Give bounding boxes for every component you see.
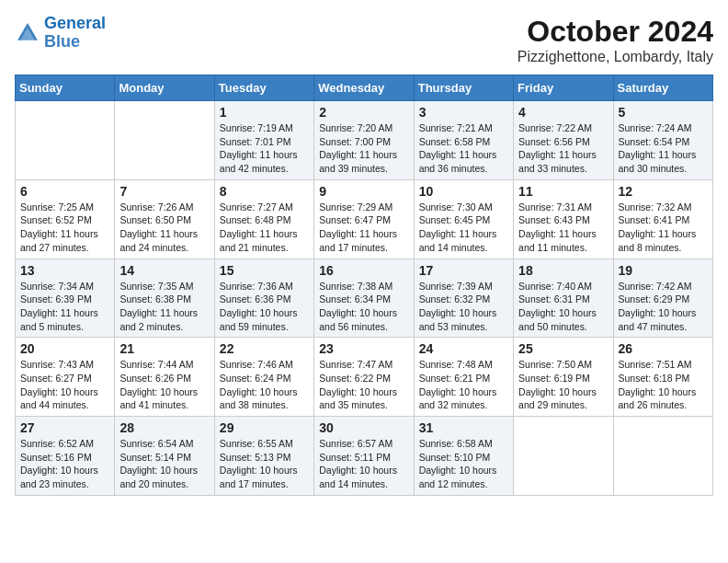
day-info: Sunrise: 6:54 AMSunset: 5:14 PMDaylight:… — [119, 437, 209, 491]
calendar-cell: 8Sunrise: 7:27 AMSunset: 6:48 PMDaylight… — [214, 179, 313, 259]
day-info: Sunrise: 7:50 AMSunset: 6:19 PMDaylight:… — [518, 358, 608, 412]
header-row: SundayMondayTuesdayWednesdayThursdayFrid… — [16, 75, 713, 101]
day-info: Sunrise: 6:58 AMSunset: 5:10 PMDaylight:… — [419, 437, 508, 491]
calendar-cell: 30Sunrise: 6:57 AMSunset: 5:11 PMDayligh… — [314, 417, 414, 496]
day-number: 5 — [619, 105, 708, 120]
logo-icon — [15, 20, 40, 46]
calendar-cell: 21Sunrise: 7:44 AMSunset: 6:26 PMDayligh… — [115, 338, 214, 417]
day-number: 20 — [20, 341, 109, 356]
day-number: 12 — [619, 184, 708, 199]
calendar-cell — [514, 417, 613, 496]
day-number: 22 — [220, 341, 309, 356]
calendar-cell: 19Sunrise: 7:42 AMSunset: 6:29 PMDayligh… — [613, 259, 712, 338]
calendar-cell: 4Sunrise: 7:22 AMSunset: 6:56 PMDaylight… — [514, 101, 613, 180]
calendar-cell: 10Sunrise: 7:30 AMSunset: 6:45 PMDayligh… — [414, 179, 513, 259]
calendar-cell: 27Sunrise: 6:52 AMSunset: 5:16 PMDayligh… — [16, 417, 115, 496]
calendar-header: SundayMondayTuesdayWednesdayThursdayFrid… — [16, 75, 713, 101]
calendar-cell: 20Sunrise: 7:43 AMSunset: 6:27 PMDayligh… — [16, 338, 115, 417]
day-number: 17 — [419, 263, 508, 278]
calendar-cell: 2Sunrise: 7:20 AMSunset: 7:00 PMDaylight… — [314, 101, 414, 180]
month-title: October 2024 — [518, 15, 713, 49]
day-info: Sunrise: 7:31 AMSunset: 6:43 PMDaylight:… — [518, 201, 608, 255]
day-number: 18 — [518, 263, 608, 278]
calendar-week-1: 1Sunrise: 7:19 AMSunset: 7:01 PMDaylight… — [16, 101, 713, 180]
day-number: 2 — [319, 105, 408, 120]
day-info: Sunrise: 7:47 AMSunset: 6:22 PMDaylight:… — [319, 358, 408, 412]
calendar-cell: 9Sunrise: 7:29 AMSunset: 6:47 PMDaylight… — [314, 179, 414, 259]
header-day-wednesday: Wednesday — [314, 75, 414, 101]
header-day-thursday: Thursday — [414, 75, 513, 101]
calendar-cell — [16, 101, 115, 180]
calendar-cell: 18Sunrise: 7:40 AMSunset: 6:31 PMDayligh… — [514, 259, 613, 338]
day-number: 11 — [518, 184, 608, 199]
day-info: Sunrise: 7:36 AMSunset: 6:36 PMDaylight:… — [220, 280, 309, 334]
day-number: 9 — [319, 184, 408, 199]
calendar-cell: 17Sunrise: 7:39 AMSunset: 6:32 PMDayligh… — [414, 259, 513, 338]
day-number: 6 — [20, 184, 109, 199]
day-info: Sunrise: 6:55 AMSunset: 5:13 PMDaylight:… — [220, 437, 309, 491]
day-info: Sunrise: 6:52 AMSunset: 5:16 PMDaylight:… — [20, 437, 109, 491]
calendar-cell: 1Sunrise: 7:19 AMSunset: 7:01 PMDaylight… — [214, 101, 313, 180]
page-header: General Blue October 2024 Pizzighettone,… — [15, 15, 713, 65]
day-number: 30 — [319, 420, 408, 435]
day-info: Sunrise: 7:43 AMSunset: 6:27 PMDaylight:… — [20, 358, 109, 412]
calendar-cell: 24Sunrise: 7:48 AMSunset: 6:21 PMDayligh… — [414, 338, 513, 417]
day-info: Sunrise: 7:39 AMSunset: 6:32 PMDaylight:… — [419, 280, 508, 334]
day-info: Sunrise: 7:44 AMSunset: 6:26 PMDaylight:… — [119, 358, 209, 412]
calendar-cell: 6Sunrise: 7:25 AMSunset: 6:52 PMDaylight… — [16, 179, 115, 259]
calendar-cell: 26Sunrise: 7:51 AMSunset: 6:18 PMDayligh… — [613, 338, 712, 417]
day-number: 8 — [220, 184, 309, 199]
calendar-cell: 7Sunrise: 7:26 AMSunset: 6:50 PMDaylight… — [115, 179, 214, 259]
day-info: Sunrise: 7:48 AMSunset: 6:21 PMDaylight:… — [419, 358, 508, 412]
calendar-cell: 12Sunrise: 7:32 AMSunset: 6:41 PMDayligh… — [613, 179, 712, 259]
logo-line1: General — [44, 14, 106, 32]
calendar-cell: 25Sunrise: 7:50 AMSunset: 6:19 PMDayligh… — [514, 338, 613, 417]
day-number: 28 — [119, 420, 209, 435]
day-number: 7 — [119, 184, 209, 199]
day-number: 21 — [119, 341, 209, 356]
calendar-cell: 11Sunrise: 7:31 AMSunset: 6:43 PMDayligh… — [514, 179, 613, 259]
calendar-week-5: 27Sunrise: 6:52 AMSunset: 5:16 PMDayligh… — [16, 417, 713, 496]
day-info: Sunrise: 7:25 AMSunset: 6:52 PMDaylight:… — [20, 201, 109, 255]
day-number: 24 — [419, 341, 508, 356]
day-info: Sunrise: 6:57 AMSunset: 5:11 PMDaylight:… — [319, 437, 408, 491]
calendar-cell: 31Sunrise: 6:58 AMSunset: 5:10 PMDayligh… — [414, 417, 513, 496]
calendar-cell — [115, 101, 214, 180]
calendar-cell: 22Sunrise: 7:46 AMSunset: 6:24 PMDayligh… — [214, 338, 313, 417]
day-number: 27 — [20, 420, 109, 435]
calendar-table: SundayMondayTuesdayWednesdayThursdayFrid… — [15, 75, 713, 496]
title-block: October 2024 Pizzighettone, Lombardy, It… — [518, 15, 713, 65]
day-number: 10 — [419, 184, 508, 199]
calendar-cell: 23Sunrise: 7:47 AMSunset: 6:22 PMDayligh… — [314, 338, 414, 417]
day-number: 25 — [518, 341, 608, 356]
day-info: Sunrise: 7:30 AMSunset: 6:45 PMDaylight:… — [419, 201, 508, 255]
day-info: Sunrise: 7:51 AMSunset: 6:18 PMDaylight:… — [619, 358, 708, 412]
calendar-cell: 28Sunrise: 6:54 AMSunset: 5:14 PMDayligh… — [115, 417, 214, 496]
logo-line2: Blue — [44, 32, 80, 51]
calendar-cell: 13Sunrise: 7:34 AMSunset: 6:39 PMDayligh… — [16, 259, 115, 338]
calendar-cell: 3Sunrise: 7:21 AMSunset: 6:58 PMDaylight… — [414, 101, 513, 180]
day-number: 3 — [419, 105, 508, 120]
day-number: 15 — [220, 263, 309, 278]
day-number: 19 — [619, 263, 708, 278]
header-day-saturday: Saturday — [613, 75, 712, 101]
calendar-cell: 16Sunrise: 7:38 AMSunset: 6:34 PMDayligh… — [314, 259, 414, 338]
calendar-cell: 29Sunrise: 6:55 AMSunset: 5:13 PMDayligh… — [214, 417, 313, 496]
header-day-tuesday: Tuesday — [214, 75, 313, 101]
day-info: Sunrise: 7:46 AMSunset: 6:24 PMDaylight:… — [220, 358, 309, 412]
calendar-body: 1Sunrise: 7:19 AMSunset: 7:01 PMDaylight… — [16, 101, 713, 496]
day-info: Sunrise: 7:21 AMSunset: 6:58 PMDaylight:… — [419, 121, 508, 176]
day-info: Sunrise: 7:19 AMSunset: 7:01 PMDaylight:… — [220, 121, 309, 176]
day-info: Sunrise: 7:22 AMSunset: 6:56 PMDaylight:… — [518, 121, 608, 176]
day-number: 1 — [220, 105, 309, 120]
header-day-sunday: Sunday — [16, 75, 115, 101]
calendar-cell — [613, 417, 712, 496]
day-number: 26 — [619, 341, 708, 356]
calendar-cell: 15Sunrise: 7:36 AMSunset: 6:36 PMDayligh… — [214, 259, 313, 338]
day-number: 14 — [119, 263, 209, 278]
header-day-friday: Friday — [514, 75, 613, 101]
day-info: Sunrise: 7:38 AMSunset: 6:34 PMDaylight:… — [319, 280, 408, 334]
header-day-monday: Monday — [115, 75, 214, 101]
day-info: Sunrise: 7:24 AMSunset: 6:54 PMDaylight:… — [619, 121, 708, 176]
calendar-cell: 14Sunrise: 7:35 AMSunset: 6:38 PMDayligh… — [115, 259, 214, 338]
